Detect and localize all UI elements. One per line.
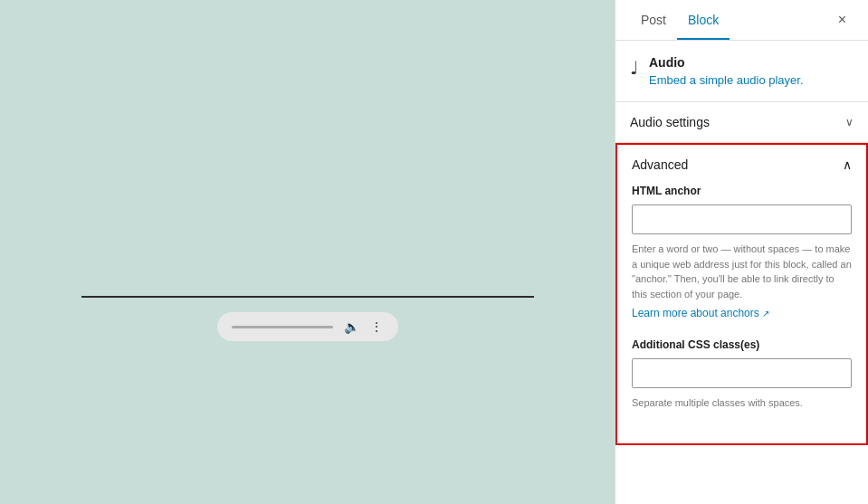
block-details: Audio Embed a simple audio player. xyxy=(649,55,804,87)
audio-settings-chevron: ∨ xyxy=(845,116,854,128)
html-anchor-description: Enter a word or two — without spaces — t… xyxy=(632,242,852,301)
audio-player: 🔈 ⋮ xyxy=(45,296,569,341)
advanced-label: Advanced xyxy=(632,157,688,172)
advanced-section-header[interactable]: Advanced ∧ xyxy=(617,145,866,185)
tab-block[interactable]: Block xyxy=(677,0,730,40)
audio-divider xyxy=(81,296,534,298)
block-title: Audio xyxy=(649,55,804,70)
progress-bar xyxy=(232,326,333,328)
learn-more-anchor-link[interactable]: Learn more about anchors ↗ xyxy=(632,307,769,319)
close-button[interactable]: × xyxy=(831,5,854,35)
block-info: ♩ Audio Embed a simple audio player. xyxy=(615,41,868,102)
more-options-icon: ⋮ xyxy=(370,319,384,334)
advanced-content: HTML anchor Enter a word or two — withou… xyxy=(617,185,866,443)
external-link-icon: ↗ xyxy=(762,309,769,319)
sidebar-tabs: Post Block × xyxy=(615,0,868,41)
advanced-section: Advanced ∧ HTML anchor Enter a word or t… xyxy=(615,143,868,445)
html-anchor-label: HTML anchor xyxy=(632,185,852,197)
audio-controls: 🔈 ⋮ xyxy=(217,312,398,341)
css-classes-description: Separate multiple classes with spaces. xyxy=(632,395,852,411)
learn-more-text: Learn more about anchors xyxy=(632,307,759,319)
sidebar: Post Block × ♩ Audio Embed a simple audi… xyxy=(615,0,868,504)
audio-settings-label: Audio settings xyxy=(630,115,710,129)
volume-icon: 🔈 xyxy=(344,319,359,334)
tab-post[interactable]: Post xyxy=(630,0,677,40)
html-anchor-group: HTML anchor Enter a word or two — withou… xyxy=(632,185,852,320)
editor-area: 🔈 ⋮ xyxy=(0,0,615,504)
css-classes-group: Additional CSS class(es) Separate multip… xyxy=(632,338,852,411)
advanced-chevron: ∧ xyxy=(843,157,852,172)
audio-block-icon: ♩ xyxy=(630,57,638,79)
audio-settings-section[interactable]: Audio settings ∨ xyxy=(615,102,868,143)
css-classes-input[interactable] xyxy=(632,358,852,388)
html-anchor-input[interactable] xyxy=(632,204,852,234)
block-description: Embed a simple audio player. xyxy=(649,73,804,87)
css-classes-label: Additional CSS class(es) xyxy=(632,338,852,351)
